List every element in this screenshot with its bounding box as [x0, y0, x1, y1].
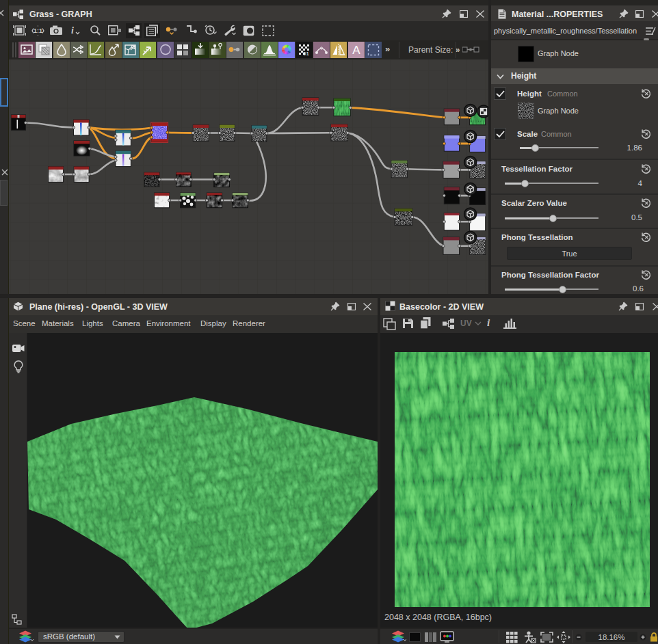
svg-text:01: 01: [303, 51, 309, 57]
svg-text:A: A: [352, 44, 360, 57]
svg-text:1:1: 1:1: [34, 27, 42, 34]
svg-text:i: i: [71, 25, 74, 36]
